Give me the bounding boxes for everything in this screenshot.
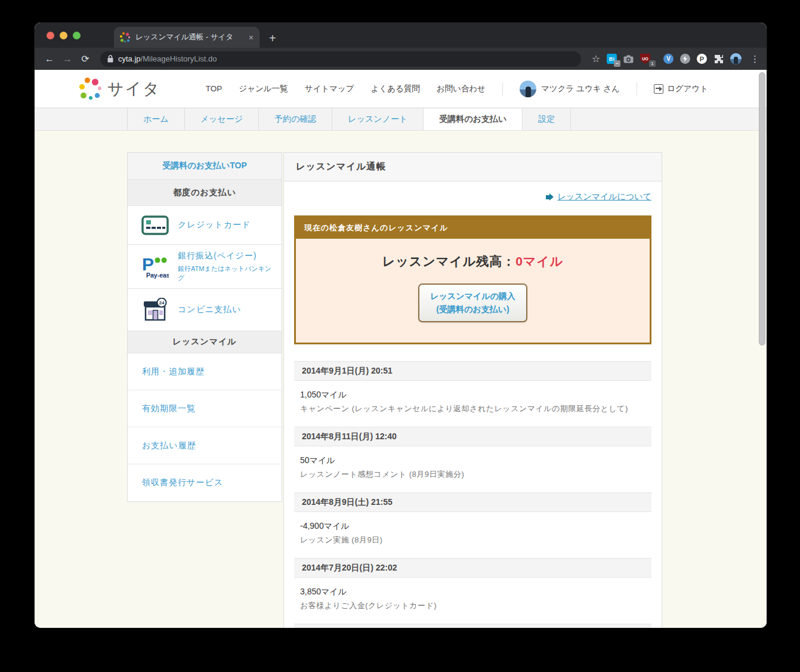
user-name: マツクラ ユウキ さん: [541, 84, 620, 94]
tab-messages[interactable]: メッセージ: [184, 109, 258, 130]
site-header: サイタ TOP ジャンル一覧 サイトマップ よくある質問 お問い合わせ マツクラ…: [35, 70, 767, 108]
nav-faq[interactable]: よくある質問: [371, 84, 420, 94]
browser-tab[interactable]: レッスンマイル通帳 - サイタ ×: [114, 27, 260, 48]
browser-tab-strip: レッスンマイル通帳 - サイタ × +: [35, 23, 767, 48]
puzzle-icon: [714, 54, 724, 64]
tab-close-icon[interactable]: ×: [249, 33, 254, 42]
sidebar-item-convenience-store[interactable]: 24 コンビニ支払い: [128, 289, 282, 331]
browser-menu-icon[interactable]: ⋮: [750, 54, 759, 64]
new-tab-button[interactable]: +: [269, 32, 276, 44]
credit-card-label: クレジットカード: [178, 220, 251, 230]
history-body: 1,050マイル キャンペーン (レッスンキャンセルにより返却されたレッスンマイ…: [294, 381, 651, 427]
browser-window: レッスンマイル通帳 - サイタ × + ← → ⟳ cyta.jp/Mileag…: [35, 23, 767, 628]
payeasy-icon: P Pay-easy: [141, 254, 169, 279]
balance-box: 現在の松倉友樹さんのレッスンマイル レッスンマイル残高：0マイル レッスンマイル…: [294, 215, 651, 344]
ublock-badge: 1: [649, 60, 656, 67]
minimize-window-button[interactable]: [60, 32, 67, 39]
bookmark-star-icon[interactable]: ☆: [592, 53, 600, 64]
history-entry: 2014年8月9日(土) 21:55 -4,900マイル レッスン実施 (8月9…: [294, 492, 651, 558]
tab-home[interactable]: ホーム: [127, 109, 184, 130]
sidebar-link-expiry-list[interactable]: 有効期限一覧: [128, 390, 282, 427]
credit-card-icon: [141, 215, 169, 235]
balance-box-body: レッスンマイル残高：0マイル レッスンマイルの購入 (受講料のお支払い): [296, 239, 650, 343]
nav-genre-list[interactable]: ジャンル一覧: [239, 84, 288, 94]
browser-toolbar: ← → ⟳ cyta.jp/MileageHistoryList.do ☆ B!…: [35, 48, 767, 70]
history-body: 50マイル レッスンノート感想コメント (8月9日実施分): [294, 446, 651, 492]
nav-contact[interactable]: お問い合わせ: [437, 84, 486, 94]
site-logo-text: サイタ: [107, 78, 160, 100]
history-entry: 2014年6月4日(水) 9:28: [294, 624, 651, 628]
sidebar-section-lesson-mile: レッスンマイル: [128, 331, 282, 353]
page-title: レッスンマイル通帳: [284, 153, 662, 181]
buy-miles-button[interactable]: レッスンマイルの購入 (受講料のお支払い): [418, 283, 527, 322]
history-miles: 50マイル: [300, 455, 645, 466]
sidebar-item-credit-card[interactable]: クレジットカード: [128, 206, 282, 245]
bank-transfer-sublabel: 銀行ATMまたはネットバンキング: [178, 264, 274, 282]
history-desc: レッスン実施 (8月9日): [300, 535, 645, 545]
page-scrollbar-thumb[interactable]: [759, 72, 765, 346]
close-window-button[interactable]: [47, 32, 54, 39]
back-icon[interactable]: ←: [42, 51, 57, 67]
web-page: サイタ TOP ジャンル一覧 サイトマップ よくある質問 お問い合わせ マツクラ…: [35, 70, 767, 628]
url-path: /MileageHistoryList.do: [141, 54, 217, 63]
sidebar-link-payment-history[interactable]: お支払い履歴: [128, 427, 282, 464]
profile-avatar[interactable]: [730, 53, 742, 64]
extension-icons: ☆ B!− UO 1 V P ⋮: [592, 53, 759, 64]
cyta-dots-logo-icon: [79, 78, 101, 100]
pinterest-extension-icon[interactable]: P: [697, 54, 707, 64]
url-text: cyta.jp/MileageHistoryList.do: [118, 54, 217, 63]
history-body: -4,900マイル レッスン実施 (8月9日): [294, 512, 651, 558]
lightning-extension-icon[interactable]: [680, 54, 690, 64]
main-panel: レッスンマイル通帳 レッスンマイルについて 現在の松倉友樹さんのレッスンマイル …: [283, 152, 662, 628]
forward-icon[interactable]: →: [60, 51, 75, 67]
mile-history-list: 2014年9月1日(月) 20:51 1,050マイル キャンペーン (レッスン…: [294, 361, 651, 628]
hatena-extension-icon[interactable]: B!−: [607, 54, 617, 64]
logout-button[interactable]: ログアウト: [654, 84, 708, 94]
hatena-badge: −: [614, 60, 620, 67]
vimium-extension-icon[interactable]: V: [663, 54, 674, 64]
bolt-icon: [683, 56, 687, 62]
history-entry: 2014年8月11日(月) 12:40 50マイル レッスンノート感想コメント …: [294, 427, 651, 492]
history-date: 2014年8月11日(月) 12:40: [294, 427, 651, 446]
tab-settings[interactable]: 設定: [522, 109, 571, 130]
main-tab-nav: ホーム メッセージ 予約の確認 レッスンノート 受講料のお支払い 設定: [35, 108, 767, 131]
header-divider-2: [637, 82, 637, 95]
convenience-store-label: コンビニ支払い: [178, 304, 242, 315]
sidebar-payment-top-link[interactable]: 受講料のお支払いTOP: [128, 153, 282, 180]
address-bar[interactable]: cyta.jp/MileageHistoryList.do: [100, 51, 581, 67]
nav-top[interactable]: TOP: [206, 84, 223, 93]
sidebar-section-per-payment: 都度のお支払い: [128, 180, 282, 206]
sidebar-link-receipt-service[interactable]: 領収書発行サービス: [128, 464, 282, 501]
history-date: 2014年6月4日(水) 9:28: [294, 624, 651, 628]
nav-sitemap[interactable]: サイトマップ: [305, 84, 354, 94]
ublock-glyph: UO: [642, 57, 648, 61]
balance-line: レッスンマイル残高：0マイル: [296, 253, 650, 270]
payeasy-text-glyph: Pay-easy: [146, 272, 169, 279]
reload-icon[interactable]: ⟳: [78, 51, 93, 67]
sidebar-link-usage-history[interactable]: 利用・追加履歴: [128, 353, 282, 390]
user-info[interactable]: マツクラ ユウキ さん: [520, 81, 620, 97]
sidebar-item-bank-transfer[interactable]: P Pay-easy 銀行振込(ペイジー) 銀行ATMまたはネットバンキング: [128, 245, 282, 289]
site-logo[interactable]: サイタ: [79, 78, 160, 100]
history-desc: キャンペーン (レッスンキャンセルにより返却されたレッスンマイルの期限延長分とし…: [300, 403, 645, 414]
convenience-store-icon: 24: [141, 298, 169, 322]
buy-button-line2: (受講料のお支払い): [430, 303, 515, 316]
site-favicon: [120, 32, 130, 42]
about-lesson-mile-link[interactable]: レッスンマイルについて: [557, 192, 651, 202]
logout-label: ログアウト: [667, 84, 708, 94]
header-divider: [502, 82, 503, 95]
about-link-row: レッスンマイルについて: [294, 190, 651, 204]
tab-payment[interactable]: 受講料のお支払い: [423, 109, 522, 130]
history-entry: 2014年9月1日(月) 20:51 1,050マイル キャンペーン (レッスン…: [294, 361, 651, 427]
history-miles: 3,850マイル: [300, 587, 645, 597]
window-controls: [35, 23, 81, 48]
bank-transfer-labels: 銀行振込(ペイジー) 銀行ATMまたはネットバンキング: [178, 251, 274, 282]
logout-icon: [654, 84, 663, 94]
tab-lesson-notes[interactable]: レッスンノート: [332, 109, 423, 130]
user-avatar: [520, 81, 536, 97]
tab-reservations[interactable]: 予約の確認: [258, 109, 332, 130]
zoom-window-button[interactable]: [73, 32, 81, 39]
extensions-puzzle-icon[interactable]: [713, 54, 724, 64]
history-date: 2014年9月1日(月) 20:51: [294, 361, 651, 381]
camera-extension-icon[interactable]: [623, 54, 634, 64]
